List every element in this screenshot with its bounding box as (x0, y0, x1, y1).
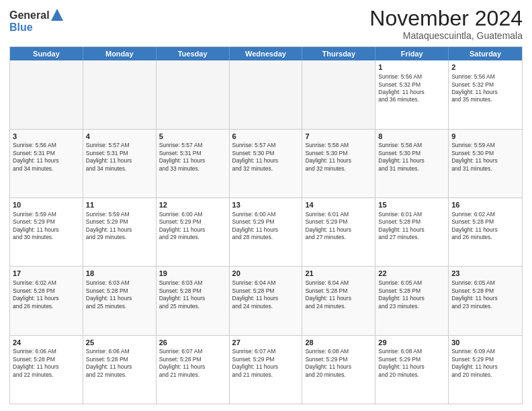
day-cell-16: 16Sunrise: 6:02 AM Sunset: 5:28 PM Dayli… (449, 198, 522, 266)
day-number: 22 (378, 269, 445, 279)
calendar-row-0: 1Sunrise: 5:56 AM Sunset: 5:32 PM Daylig… (10, 60, 522, 128)
day-info: Sunrise: 6:07 AM Sunset: 5:29 PM Dayligh… (232, 348, 300, 379)
day-info: Sunrise: 5:56 AM Sunset: 5:31 PM Dayligh… (13, 142, 80, 173)
day-cell-24: 24Sunrise: 6:06 AM Sunset: 5:28 PM Dayli… (10, 336, 83, 404)
day-number: 16 (451, 200, 519, 210)
day-number: 29 (378, 338, 445, 348)
day-info: Sunrise: 5:59 AM Sunset: 5:29 PM Dayligh… (86, 211, 153, 242)
calendar-header: SundayMondayTuesdayWednesdayThursdayFrid… (10, 47, 522, 60)
calendar-row-3: 17Sunrise: 6:02 AM Sunset: 5:28 PM Dayli… (10, 266, 522, 334)
header-day-thursday: Thursday (302, 47, 375, 60)
header-day-friday: Friday (375, 47, 449, 60)
day-cell-17: 17Sunrise: 6:02 AM Sunset: 5:28 PM Dayli… (10, 267, 83, 334)
logo: General Blue (9, 9, 63, 34)
day-number: 8 (378, 132, 445, 142)
day-cell-27: 27Sunrise: 6:07 AM Sunset: 5:29 PM Dayli… (230, 336, 303, 404)
day-number: 21 (305, 269, 372, 279)
day-cell-28: 28Sunrise: 6:08 AM Sunset: 5:29 PM Dayli… (302, 336, 375, 404)
day-info: Sunrise: 5:58 AM Sunset: 5:30 PM Dayligh… (305, 142, 372, 173)
day-info: Sunrise: 5:57 AM Sunset: 5:31 PM Dayligh… (86, 142, 153, 173)
day-cell-9: 9Sunrise: 5:59 AM Sunset: 5:30 PM Daylig… (449, 130, 522, 197)
day-number: 5 (159, 132, 226, 142)
day-cell-23: 23Sunrise: 6:05 AM Sunset: 5:28 PM Dayli… (449, 267, 522, 334)
day-number: 4 (86, 132, 153, 142)
day-cell-11: 11Sunrise: 5:59 AM Sunset: 5:29 PM Dayli… (83, 198, 157, 266)
logo-triangle-icon (51, 9, 63, 21)
day-info: Sunrise: 6:05 AM Sunset: 5:28 PM Dayligh… (378, 279, 445, 310)
day-number: 20 (232, 269, 300, 279)
header-day-wednesday: Wednesday (230, 47, 303, 60)
day-info: Sunrise: 5:56 AM Sunset: 5:32 PM Dayligh… (378, 73, 445, 104)
day-number: 15 (378, 200, 445, 210)
day-info: Sunrise: 5:58 AM Sunset: 5:30 PM Dayligh… (378, 142, 445, 173)
day-number: 28 (305, 338, 372, 348)
empty-cell-0-2 (157, 60, 230, 128)
day-info: Sunrise: 6:01 AM Sunset: 5:28 PM Dayligh… (378, 211, 445, 242)
day-cell-15: 15Sunrise: 6:01 AM Sunset: 5:28 PM Dayli… (375, 198, 449, 266)
day-cell-8: 8Sunrise: 5:58 AM Sunset: 5:30 PM Daylig… (375, 130, 449, 197)
day-cell-10: 10Sunrise: 5:59 AM Sunset: 5:29 PM Dayli… (10, 198, 83, 266)
empty-cell-0-3 (230, 60, 303, 128)
day-cell-22: 22Sunrise: 6:05 AM Sunset: 5:28 PM Dayli… (375, 267, 449, 334)
header-day-monday: Monday (83, 47, 157, 60)
day-info: Sunrise: 6:06 AM Sunset: 5:28 PM Dayligh… (13, 348, 80, 379)
day-number: 1 (378, 62, 445, 73)
day-info: Sunrise: 5:56 AM Sunset: 5:32 PM Dayligh… (451, 73, 519, 104)
day-number: 12 (159, 200, 226, 210)
day-info: Sunrise: 6:06 AM Sunset: 5:28 PM Dayligh… (86, 348, 153, 379)
day-cell-14: 14Sunrise: 6:01 AM Sunset: 5:29 PM Dayli… (302, 198, 375, 266)
day-number: 6 (232, 132, 300, 142)
day-cell-21: 21Sunrise: 6:04 AM Sunset: 5:28 PM Dayli… (302, 267, 375, 334)
day-number: 27 (232, 338, 300, 348)
day-cell-26: 26Sunrise: 6:07 AM Sunset: 5:28 PM Dayli… (157, 336, 230, 404)
empty-cell-0-4 (302, 60, 375, 128)
day-number: 17 (13, 269, 80, 279)
day-cell-25: 25Sunrise: 6:06 AM Sunset: 5:28 PM Dayli… (83, 336, 157, 404)
day-number: 13 (232, 200, 300, 210)
day-cell-3: 3Sunrise: 5:56 AM Sunset: 5:31 PM Daylig… (10, 130, 83, 197)
day-cell-20: 20Sunrise: 6:04 AM Sunset: 5:28 PM Dayli… (230, 267, 303, 334)
title-area: November 2024 Mataquescuintla, Guatemala (369, 7, 523, 41)
day-info: Sunrise: 6:01 AM Sunset: 5:29 PM Dayligh… (305, 211, 372, 242)
header-day-sunday: Sunday (10, 47, 83, 60)
day-number: 11 (86, 200, 153, 210)
header-day-tuesday: Tuesday (157, 47, 230, 60)
day-number: 26 (159, 338, 226, 348)
calendar: SundayMondayTuesdayWednesdayThursdayFrid… (9, 46, 523, 404)
day-info: Sunrise: 6:05 AM Sunset: 5:28 PM Dayligh… (451, 279, 519, 310)
day-info: Sunrise: 5:57 AM Sunset: 5:30 PM Dayligh… (232, 142, 300, 173)
day-number: 9 (451, 132, 519, 142)
day-info: Sunrise: 6:03 AM Sunset: 5:28 PM Dayligh… (159, 279, 226, 310)
day-number: 25 (86, 338, 153, 348)
day-number: 24 (13, 338, 80, 348)
day-cell-7: 7Sunrise: 5:58 AM Sunset: 5:30 PM Daylig… (302, 130, 375, 197)
day-number: 14 (305, 200, 372, 210)
logo-blue: Blue (9, 21, 33, 34)
location: Mataquescuintla, Guatemala (369, 30, 523, 41)
day-cell-6: 6Sunrise: 5:57 AM Sunset: 5:30 PM Daylig… (230, 130, 303, 197)
day-number: 23 (451, 269, 519, 279)
day-info: Sunrise: 6:07 AM Sunset: 5:28 PM Dayligh… (159, 348, 226, 379)
page-container: General Blue November 2024 Mataquescuint… (0, 0, 532, 411)
day-info: Sunrise: 6:02 AM Sunset: 5:28 PM Dayligh… (451, 211, 519, 242)
day-number: 19 (159, 269, 226, 279)
empty-cell-0-1 (83, 60, 157, 128)
day-info: Sunrise: 6:02 AM Sunset: 5:28 PM Dayligh… (13, 279, 80, 310)
day-cell-19: 19Sunrise: 6:03 AM Sunset: 5:28 PM Dayli… (157, 267, 230, 334)
day-number: 3 (13, 132, 80, 142)
calendar-body: 1Sunrise: 5:56 AM Sunset: 5:32 PM Daylig… (10, 60, 522, 404)
day-cell-5: 5Sunrise: 5:57 AM Sunset: 5:31 PM Daylig… (157, 130, 230, 197)
header: General Blue November 2024 Mataquescuint… (9, 7, 523, 41)
day-info: Sunrise: 6:08 AM Sunset: 5:29 PM Dayligh… (378, 348, 445, 379)
day-cell-12: 12Sunrise: 6:00 AM Sunset: 5:29 PM Dayli… (157, 198, 230, 266)
day-cell-2: 2Sunrise: 5:56 AM Sunset: 5:32 PM Daylig… (449, 60, 522, 128)
empty-cell-0-0 (10, 60, 83, 128)
day-info: Sunrise: 6:08 AM Sunset: 5:29 PM Dayligh… (305, 348, 372, 379)
day-info: Sunrise: 6:03 AM Sunset: 5:28 PM Dayligh… (86, 279, 153, 310)
day-number: 7 (305, 132, 372, 142)
header-day-saturday: Saturday (449, 47, 522, 60)
day-cell-13: 13Sunrise: 6:00 AM Sunset: 5:29 PM Dayli… (230, 198, 303, 266)
day-cell-1: 1Sunrise: 5:56 AM Sunset: 5:32 PM Daylig… (375, 60, 449, 128)
day-number: 2 (451, 62, 519, 73)
day-info: Sunrise: 5:57 AM Sunset: 5:31 PM Dayligh… (159, 142, 226, 173)
